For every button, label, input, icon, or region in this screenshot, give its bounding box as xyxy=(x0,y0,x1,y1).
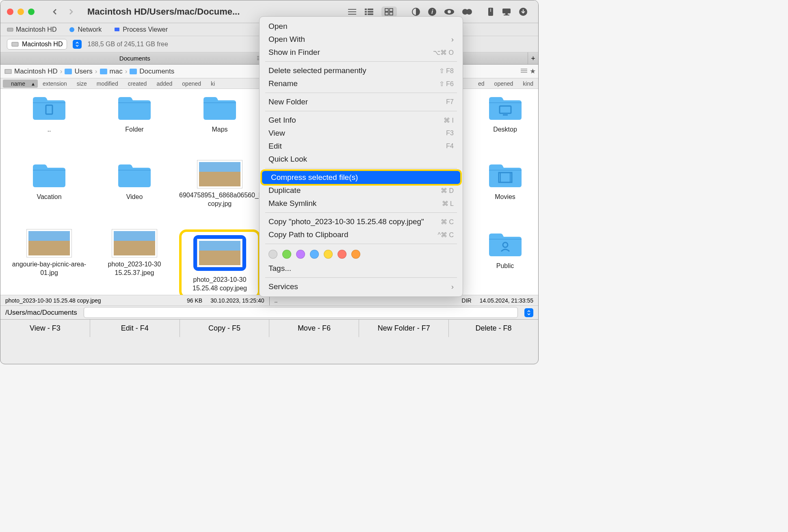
ctx-services[interactable]: Services› xyxy=(260,280,463,293)
folder-icon xyxy=(30,160,68,190)
tag-color-dot[interactable] xyxy=(324,250,333,259)
ctx-get-info[interactable]: Get Info⌘ I xyxy=(260,114,463,127)
grid-item[interactable]: angourie-bay-picnic-area-01.jpg xyxy=(9,229,90,277)
ctx-new-folder[interactable]: New FolderF7 xyxy=(260,95,463,108)
sort-col[interactable]: kind xyxy=(518,80,538,87)
fn-copy[interactable]: Copy - F5 xyxy=(180,320,270,337)
volume-selector[interactable]: Macintosh HD xyxy=(7,39,67,50)
tag-color-dot[interactable] xyxy=(296,250,305,259)
item-label: 6904758951_6868a06560_b copy.jpg xyxy=(179,191,260,208)
grid-item[interactable]: Desktop xyxy=(465,93,539,134)
sort-bar-left: name ▴ extension size modified created a… xyxy=(0,78,269,89)
close-icon[interactable] xyxy=(7,9,13,15)
info-icon[interactable]: i xyxy=(428,7,437,16)
ctx-rename[interactable]: Rename⇧ F6 xyxy=(260,77,463,90)
grid-item[interactable]: 6904758951_6868a06560_b copy.jpg xyxy=(179,160,260,208)
fn-delete[interactable]: Delete - F8 xyxy=(449,320,538,337)
sort-extension[interactable]: extension xyxy=(38,80,72,87)
path-history-dropdown[interactable] xyxy=(524,308,533,317)
ctx-edit[interactable]: EditF4 xyxy=(260,140,463,153)
sort-kind[interactable]: ki xyxy=(206,80,220,87)
view-columns-icon[interactable] xyxy=(364,8,374,15)
grid-item[interactable]: Maps xyxy=(179,93,260,134)
tag-color-dot[interactable] xyxy=(268,250,277,259)
ctx-duplicate[interactable]: Duplicate⌘ D xyxy=(260,184,463,197)
tag-color-dot[interactable] xyxy=(282,250,291,259)
left-grid[interactable]: ..FolderMapsVacationVideo6904758951_6868… xyxy=(0,89,269,295)
tag-color-dot[interactable] xyxy=(310,250,319,259)
sort-col[interactable]: opened xyxy=(489,80,518,87)
volume-dropdown-icon[interactable] xyxy=(73,40,82,49)
airdrop-icon[interactable] xyxy=(462,7,472,16)
breadcrumb-seg[interactable]: mac xyxy=(110,67,123,76)
ctx-tags[interactable]: Tags... xyxy=(260,262,463,275)
tag-color-dot[interactable] xyxy=(351,250,360,259)
breadcrumb-seg[interactable]: Macintosh HD xyxy=(14,67,58,76)
status-file: photo_2023-10-30 15.25.48 copy.jpeg xyxy=(5,297,121,304)
grid-item[interactable]: Video xyxy=(94,160,175,201)
ctx-show-in-finder[interactable]: Show in Finder⌥⌘ O xyxy=(260,46,463,59)
ctx-copy-photo-2023-10-30-15-25-48-copy-jpeg[interactable]: Copy "photo_2023-10-30 15.25.48 copy.jpe… xyxy=(260,215,463,228)
ctx-open-with[interactable]: Open With› xyxy=(260,33,463,46)
forward-button[interactable] xyxy=(65,6,77,17)
sort-name[interactable]: name ▴ xyxy=(3,80,38,88)
ctx-compress-selected-file-s[interactable]: Compress selected file(s) xyxy=(262,171,460,184)
ctx-make-symlink[interactable]: Make Symlink⌘ L xyxy=(260,197,463,210)
sort-col[interactable]: ed xyxy=(473,80,489,87)
new-tab-button[interactable]: + xyxy=(528,52,538,64)
sort-created[interactable]: created xyxy=(123,80,152,87)
window-controls xyxy=(7,9,35,15)
view-list-icon[interactable] xyxy=(347,8,357,15)
grid-item[interactable]: Movies xyxy=(465,160,539,201)
window-title: Macintosh HD/Users/mac/Docume... xyxy=(87,6,347,17)
grid-item[interactable]: Folder xyxy=(94,93,175,134)
sort-opened[interactable]: opened xyxy=(177,80,206,87)
preview-icon[interactable] xyxy=(444,8,455,15)
zoom-icon[interactable] xyxy=(28,9,35,15)
item-label: Public xyxy=(465,262,539,270)
view-grid-icon[interactable] xyxy=(381,6,397,17)
folder-icon xyxy=(487,160,524,190)
favorite-icon[interactable]: ★ xyxy=(530,67,536,76)
tab-process-viewer[interactable]: Process Viewer xyxy=(114,26,168,33)
sort-added[interactable]: added xyxy=(152,80,177,87)
fn-move[interactable]: Move - F6 xyxy=(269,320,359,337)
ctx-open[interactable]: Open xyxy=(260,20,463,33)
image-thumbnail-icon xyxy=(27,229,71,257)
download-icon[interactable] xyxy=(519,7,528,16)
breadcrumb: Macintosh HD› Users› mac› Documents ★ xyxy=(0,65,269,78)
sort-modified[interactable]: modified xyxy=(92,80,123,87)
sort-size[interactable]: size xyxy=(72,80,92,87)
breadcrumb-seg[interactable]: Users xyxy=(74,67,92,76)
toggle-dark-icon[interactable] xyxy=(411,7,420,16)
image-thumbnail-icon xyxy=(197,239,242,267)
fn-edit[interactable]: Edit - F4 xyxy=(90,320,180,337)
ctx-view[interactable]: ViewF3 xyxy=(260,127,463,140)
separator xyxy=(265,244,457,244)
grid-item[interactable]: Public xyxy=(465,229,539,270)
minimize-icon[interactable] xyxy=(17,9,24,15)
fn-new-folder[interactable]: New Folder - F7 xyxy=(359,320,449,337)
ctx-copy-path-to-clipboard[interactable]: Copy Path to Clipboard^⌘ C xyxy=(260,228,463,241)
back-button[interactable] xyxy=(49,6,61,17)
ctx-delete-selected-permanently[interactable]: Delete selected permanently⇧ F8 xyxy=(260,64,463,77)
path-input[interactable] xyxy=(84,307,518,318)
list-toggle-icon[interactable] xyxy=(521,67,527,76)
tab-network[interactable]: Network xyxy=(69,26,102,33)
ctx-quick-look[interactable]: Quick Look xyxy=(260,153,463,166)
breadcrumb-seg[interactable]: Documents xyxy=(139,67,174,76)
grid-item[interactable]: photo_2023-10-30 15.25.37.jpeg xyxy=(94,229,175,277)
item-label: Movies xyxy=(465,193,539,201)
tag-color-dot[interactable] xyxy=(338,250,346,259)
folder-icon xyxy=(116,93,153,122)
compress-icon[interactable] xyxy=(487,7,494,17)
fn-view[interactable]: View - F3 xyxy=(0,320,90,337)
svg-rect-3 xyxy=(365,9,367,10)
grid-item[interactable]: .. xyxy=(9,93,90,134)
grid-item[interactable]: Vacation xyxy=(9,160,90,201)
tab-macintosh-hd[interactable]: Macintosh HD xyxy=(7,26,56,33)
network-drive-icon[interactable] xyxy=(502,8,511,16)
svg-rect-7 xyxy=(365,13,367,15)
grid-item[interactable]: photo_2023-10-30 15.25.48 copy.jpeg xyxy=(179,229,260,295)
svg-point-27 xyxy=(69,27,74,32)
